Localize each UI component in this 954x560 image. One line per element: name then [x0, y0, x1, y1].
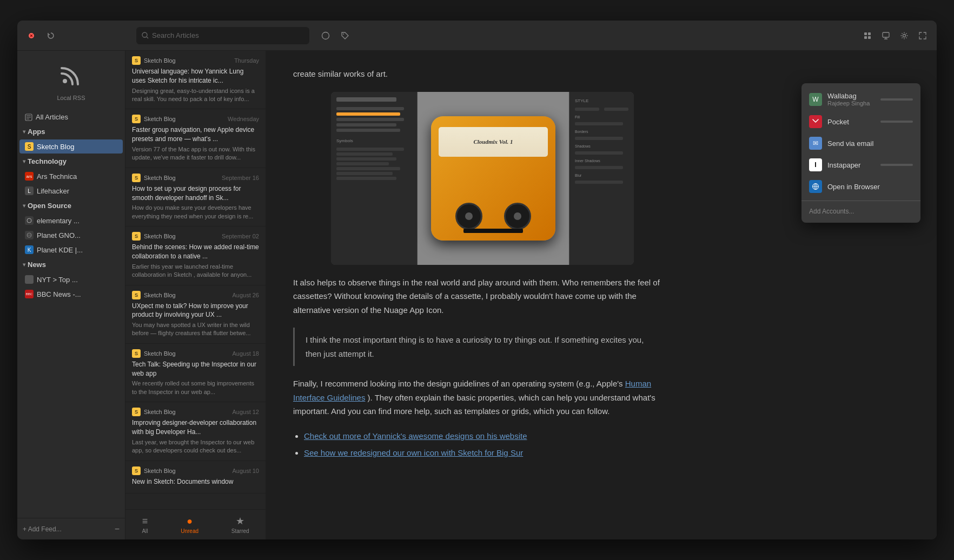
browser-name: Open in Browser [827, 183, 913, 191]
article-source-icon: S [132, 115, 141, 123]
ars-icon: ars [25, 172, 34, 181]
sidebar-item-planet-kde[interactable]: K Planet KDE |... [19, 243, 123, 257]
browser-info: Open in Browser [827, 183, 913, 191]
svg-point-20 [27, 218, 31, 223]
cassette-tape-window [463, 229, 523, 233]
share-browser[interactable]: Open in Browser [801, 176, 920, 197]
article-date: September 02 [222, 233, 259, 239]
article-paragraph2: Finally, I recommend looking into the de… [293, 377, 672, 418]
pocket-icon [809, 115, 822, 128]
sketch-left-panel: Symbols [331, 92, 418, 265]
article-item[interactable]: S Sketch Blog August 10 New in Sketch: D… [125, 461, 266, 494]
article-snippet: Last year, we brought the Inspector to o… [132, 438, 259, 455]
rss-icon [58, 62, 84, 92]
monitor-button[interactable] [878, 28, 893, 43]
svg-point-15 [63, 79, 67, 83]
sidebar-item-lifehacker[interactable]: L Lifehacker [19, 184, 123, 198]
app-window: Search Articles [17, 21, 937, 539]
lifehacker-icon: L [25, 186, 34, 195]
article-title: UXpect me to talk? How to improve your p… [132, 302, 259, 320]
remove-feed-button[interactable]: − [115, 524, 120, 534]
article-meta: S Sketch Blog August 26 [132, 291, 259, 299]
sidebar-section-open-source[interactable]: ▾ Open Source [17, 198, 125, 213]
article-item[interactable]: S Sketch Blog September 16 How to set up… [125, 168, 266, 226]
article-item[interactable]: S Sketch Blog September 02 Behind the sc… [125, 226, 266, 285]
cassette-label: Cloudmix Vol. 1 [439, 127, 548, 157]
circle-button[interactable] [318, 28, 333, 43]
article-meta: S Sketch Blog September 02 [132, 232, 259, 241]
bbc-icon: BBC [25, 290, 34, 298]
article-snippet: Earlier this year we launched real-time … [132, 263, 259, 279]
add-feed-button[interactable]: + Add Feed... [23, 525, 62, 533]
instapaper-info: Instapaper [827, 161, 875, 169]
svg-point-14 [903, 34, 906, 37]
svg-rect-8 [868, 32, 871, 35]
email-icon: ✉ [809, 137, 822, 150]
share-email[interactable]: ✉ Send via email [801, 132, 920, 154]
redesign-link[interactable]: See how we redesigned our own icon with … [304, 448, 523, 457]
sidebar-section-apps[interactable]: ▾ Apps [17, 124, 125, 139]
tab-unread[interactable]: ● Unread [170, 514, 209, 536]
article-title: Improving designer-developer collaborati… [132, 418, 259, 437]
sidebar-item-sketch-blog[interactable]: S Sketch Blog [19, 139, 123, 154]
sidebar-item-elementary[interactable]: elementary ... [19, 214, 123, 228]
sketch-screenshot: Symbols [331, 92, 634, 265]
article-item[interactable]: S Sketch Blog Thursday Universal languag… [125, 51, 266, 109]
svg-rect-7 [864, 32, 867, 35]
article-meta: S Sketch Blog August 10 [132, 466, 259, 475]
article-title: Tech Talk: Speeding up the Inspector in … [132, 360, 259, 378]
share-pocket[interactable]: Pocket [801, 111, 920, 132]
tag-button[interactable] [337, 28, 353, 43]
technology-section-label: Technology [28, 157, 67, 165]
search-bar[interactable]: Search Articles [136, 27, 309, 44]
grid-button[interactable] [860, 28, 875, 43]
sidebar-list: All Articles ▾ Apps S Sketch Blog ▾ Tech… [17, 108, 125, 518]
article-list-footer: ≡ All ● Unread ★ Starred [125, 509, 266, 539]
toolbar-left [24, 28, 132, 43]
article-snippet: How do you make sure your developers hav… [132, 204, 259, 221]
tab-all[interactable]: ≡ All [131, 514, 158, 536]
expand-button[interactable] [915, 28, 930, 43]
nyt-label: NYT > Top ... [37, 276, 78, 284]
all-tab-label: All [142, 528, 148, 534]
article-source-icon: S [132, 56, 141, 65]
article-source: Sketch Blog [144, 57, 231, 64]
instapaper-icon: I [809, 158, 822, 171]
sidebar-item-all-articles[interactable]: All Articles [19, 110, 123, 124]
sidebar-item-ars-technica[interactable]: ars Ars Technica [19, 169, 123, 183]
sidebar-section-technology[interactable]: ▾ Technology [17, 154, 125, 169]
share-instapaper[interactable]: I Instapaper [801, 154, 920, 176]
planet-gno-label: Planet GNO... [37, 231, 81, 239]
article-date: August 18 [232, 350, 259, 357]
add-accounts-button[interactable]: Add Accounts... [801, 204, 920, 218]
article-source-icon: S [132, 291, 141, 299]
article-source: Sketch Blog [144, 116, 224, 122]
article-date: August 12 [232, 409, 259, 415]
close-button[interactable] [24, 28, 39, 43]
refresh-button[interactable] [43, 28, 58, 43]
article-blockquote: I think the most important thing is to h… [293, 328, 672, 366]
planet-kde-icon: K [25, 245, 34, 254]
sidebar-item-nyt[interactable]: NYT > Top ... [19, 272, 123, 286]
article-item[interactable]: S Sketch Blog August 12 Improving design… [125, 402, 266, 461]
local-rss-label: Local RSS [57, 95, 85, 101]
share-wallabag[interactable]: W Wallabag Rajdeep Singha [801, 88, 920, 111]
article-item[interactable]: S Sketch Blog August 26 UXpect me to tal… [125, 285, 266, 344]
sidebar-item-planet-gno[interactable]: Planet GNO... [19, 228, 123, 242]
article-title: Faster group navigation, new Apple devic… [132, 125, 259, 144]
pocket-bar [880, 121, 913, 123]
article-item[interactable]: S Sketch Blog Wednesday Faster group nav… [125, 109, 266, 168]
sketch-canvas: Cloudmix Vol. 1 [418, 92, 569, 265]
article-item[interactable]: S Sketch Blog August 18 Tech Talk: Speed… [125, 344, 266, 402]
sidebar-item-bbc[interactable]: BBC BBC News -... [19, 287, 123, 301]
instapaper-bar [880, 164, 913, 166]
toolbar-icons [318, 28, 353, 43]
settings-button[interactable] [897, 28, 912, 43]
article-paragraph1: It also helps to observe things in the r… [293, 276, 672, 317]
sidebar-section-news[interactable]: ▾ News [17, 257, 125, 272]
nyt-icon [25, 275, 34, 284]
yannick-link[interactable]: Check out more of Yannick's awesome desi… [304, 431, 527, 441]
tab-starred[interactable]: ★ Starred [221, 513, 260, 536]
news-section-label: News [28, 261, 46, 269]
sidebar-rss-header: Local RSS [17, 51, 125, 108]
